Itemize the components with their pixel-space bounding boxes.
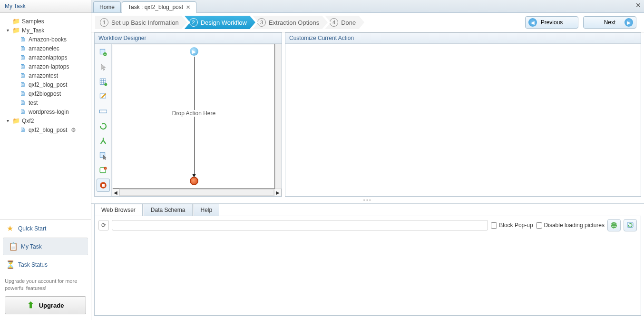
tool-condition[interactable]: [97, 134, 110, 148]
file-icon: 🗎: [19, 36, 27, 43]
tool-stop[interactable]: [97, 179, 110, 192]
disable-pictures-checkbox[interactable]: Disable loading pictures: [536, 222, 605, 229]
wizard-step-4[interactable]: 4Done: [325, 16, 364, 29]
folder-icon: 📁: [12, 27, 20, 34]
tab-label: Help: [201, 207, 213, 213]
checkbox-label: Disable loading pictures: [544, 222, 605, 229]
refresh-button[interactable]: ⟳: [98, 220, 109, 230]
tree-node[interactable]: 🗎amazon-laptops: [7, 62, 89, 71]
tree-node[interactable]: 🗎wordpress-login: [7, 107, 89, 116]
wizard-step-2[interactable]: 2Design Workflow: [185, 16, 255, 29]
step-number: 4: [330, 18, 338, 27]
tree-node[interactable]: 🗎qxf2blogpost: [7, 89, 89, 98]
tree-label: Qxf2: [22, 118, 34, 124]
svg-point-8: [104, 83, 107, 86]
designer-body: + ! ▶: [95, 44, 282, 196]
svg-rect-10: [99, 110, 107, 113]
tool-capture[interactable]: !: [97, 164, 110, 177]
checkbox-input[interactable]: [491, 222, 497, 229]
scroll-track[interactable]: [119, 189, 274, 196]
tree-node[interactable]: 🗎test: [7, 98, 89, 107]
step-label: Done: [341, 19, 356, 26]
tab-label: Task : qxf2_blog_post: [128, 4, 183, 10]
tree-node[interactable]: 🗎amazonelec: [7, 44, 89, 53]
tree-node[interactable]: 🗎Amazon-books: [7, 35, 89, 44]
file-icon: 🗎: [19, 81, 27, 88]
scroll-right-icon[interactable]: ▶: [274, 189, 282, 196]
collapse-icon[interactable]: ▾: [7, 118, 12, 123]
nav-quick-start[interactable]: ★ Quick Start: [0, 220, 91, 237]
window-close-icon[interactable]: ✕: [635, 1, 641, 9]
tab-task[interactable]: Task : qxf2_blog_post ✕: [122, 1, 196, 13]
wizard-step-3[interactable]: 3Extraction Options: [253, 16, 328, 29]
collapse-icon[interactable]: ▾: [7, 28, 12, 33]
refresh-icon: ⟳: [101, 222, 106, 229]
step-label: Set up Basic Information: [111, 19, 179, 26]
checkbox-input[interactable]: [536, 222, 542, 229]
panel-title: Customize Current Action: [285, 33, 641, 44]
workflow-canvas[interactable]: ▶ Drop Action Here: [113, 44, 275, 189]
upgrade-button[interactable]: ⬆ Upgrade: [5, 296, 86, 314]
splitter-handle[interactable]: ▪▪▪: [91, 197, 644, 203]
nav-my-task[interactable]: 📋 My Task: [3, 238, 88, 255]
tree-node[interactable]: 🗎amazontest: [7, 71, 89, 80]
tab-web-browser[interactable]: Web Browser: [94, 204, 143, 216]
clipboard-icon: 📋: [9, 242, 17, 251]
tree-node[interactable]: 🗎amazonlaptops: [7, 53, 89, 62]
svg-text:+: +: [104, 53, 106, 56]
tab-help[interactable]: Help: [194, 204, 220, 216]
tree-node-active[interactable]: 🗎 qxf2_blog_post ⚙: [7, 125, 89, 134]
canvas-scroll: ▶ Drop Action Here: [112, 44, 282, 189]
wizard-steps: 1Set up Basic Information 2Design Workfl…: [95, 16, 525, 29]
button-label: Next: [604, 19, 616, 26]
tab-data-schema[interactable]: Data Schema: [144, 204, 193, 216]
tool-loop[interactable]: [97, 120, 110, 133]
nav-label: My Task: [21, 243, 42, 250]
tool-click[interactable]: [97, 149, 110, 162]
folder-icon: 📁: [12, 117, 20, 124]
tree-label: test: [29, 100, 38, 106]
vertical-scrollbar[interactable]: [275, 44, 282, 189]
wizard-nav-buttons: ◀ Previous Next ▶: [525, 16, 640, 29]
next-button[interactable]: Next ▶: [583, 16, 636, 29]
close-icon[interactable]: ✕: [186, 4, 190, 10]
tree-node-my-task[interactable]: ▾ 📁 My_Task: [7, 26, 89, 35]
file-icon: 🗎: [19, 63, 27, 70]
customize-action-panel: Customize Current Action: [285, 32, 641, 197]
tool-grid[interactable]: [97, 75, 110, 89]
upgrade-text: Upgrade your account for more powerful f…: [5, 278, 86, 291]
bottom-tabs: Web Browser Data Schema Help: [94, 204, 641, 216]
file-icon: 🗎: [19, 54, 27, 61]
wizard-step-1[interactable]: 1Set up Basic Information: [95, 16, 187, 29]
tree-node-samples[interactable]: 📁 Samples: [7, 17, 89, 26]
urlbar-row: ⟳ Block Pop-up Disable loading pictures: [95, 216, 641, 234]
toolbox: + !: [95, 44, 112, 196]
arrow-right-icon: ▶: [624, 18, 633, 27]
button-label: Previous: [541, 19, 563, 26]
tab-home[interactable]: Home: [93, 1, 121, 12]
step-label: Design Workflow: [201, 19, 247, 26]
tree-node-qxf2[interactable]: ▾ 📁 Qxf2: [7, 116, 89, 125]
tree-node[interactable]: 🗎qxf2_blog_post: [7, 80, 89, 89]
tool-edit[interactable]: [97, 90, 110, 103]
url-input[interactable]: [112, 220, 488, 230]
horizontal-scrollbar[interactable]: ◀ ▶: [112, 189, 282, 196]
nav-label: Task Status: [18, 261, 48, 268]
nav-task-status[interactable]: ⏳ Task Status: [0, 256, 91, 273]
page-refresh-button[interactable]: [624, 219, 637, 231]
hourglass-icon: ⏳: [6, 260, 14, 269]
folder-icon: 📁: [12, 18, 20, 25]
scroll-left-icon[interactable]: ◀: [112, 189, 119, 196]
tool-pointer[interactable]: [97, 60, 110, 74]
start-node-icon[interactable]: ▶: [190, 47, 198, 56]
tree-label: My_Task: [22, 27, 44, 34]
block-popup-checkbox[interactable]: Block Pop-up: [491, 222, 533, 229]
end-node-icon[interactable]: [190, 177, 198, 185]
browse-button[interactable]: [607, 219, 621, 231]
gear-icon[interactable]: ⚙: [71, 127, 76, 133]
drop-hint: Drop Action Here: [170, 110, 217, 117]
previous-button[interactable]: ◀ Previous: [525, 16, 578, 29]
tool-new-page[interactable]: +: [97, 46, 110, 59]
file-icon: 🗎: [19, 90, 27, 97]
tool-input[interactable]: [97, 105, 110, 118]
